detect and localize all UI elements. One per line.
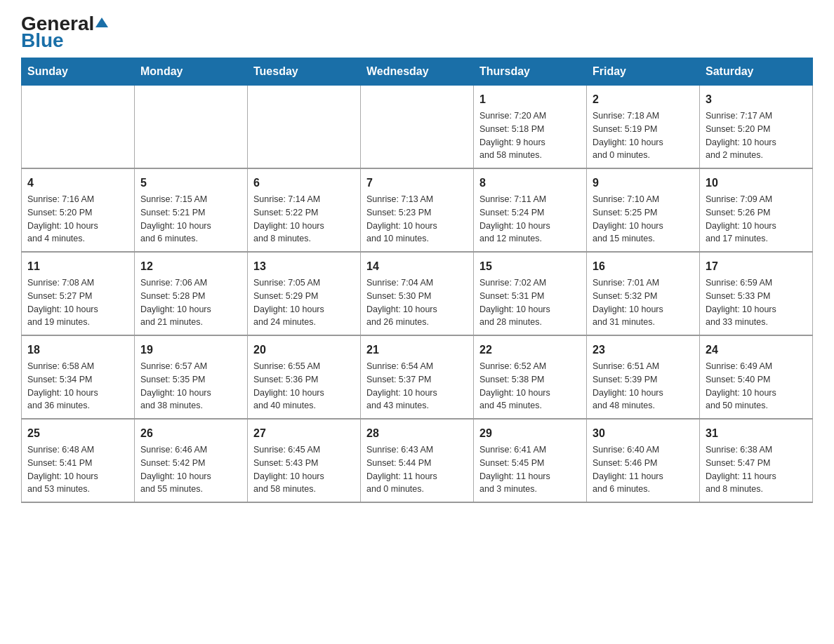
day-number: 5 [140,175,241,192]
calendar-cell: 9Sunrise: 7:10 AM Sunset: 5:25 PM Daylig… [587,168,700,252]
calendar-cell: 8Sunrise: 7:11 AM Sunset: 5:24 PM Daylig… [474,168,587,252]
day-info: Sunrise: 6:48 AM Sunset: 5:41 PM Dayligh… [27,443,128,496]
day-info: Sunrise: 7:01 AM Sunset: 5:32 PM Dayligh… [593,276,694,329]
day-number: 4 [27,175,128,192]
logo: General Blue [21,14,108,51]
calendar-body: 1Sunrise: 7:20 AM Sunset: 5:18 PM Daylig… [22,86,813,503]
weekday-thursday: Thursday [474,58,587,86]
weekday-wednesday: Wednesday [361,58,474,86]
calendar-cell [248,86,361,169]
calendar-cell: 20Sunrise: 6:55 AM Sunset: 5:36 PM Dayli… [248,335,361,419]
day-number: 17 [706,258,807,275]
day-info: Sunrise: 7:13 AM Sunset: 5:23 PM Dayligh… [366,193,468,246]
day-info: Sunrise: 7:15 AM Sunset: 5:21 PM Dayligh… [140,193,241,246]
calendar-cell: 24Sunrise: 6:49 AM Sunset: 5:40 PM Dayli… [700,335,813,419]
calendar-table: SundayMondayTuesdayWednesdayThursdayFrid… [21,58,813,503]
day-info: Sunrise: 7:20 AM Sunset: 5:18 PM Dayligh… [479,109,581,162]
week-row-3: 11Sunrise: 7:08 AM Sunset: 5:27 PM Dayli… [22,252,813,335]
weekday-header-row: SundayMondayTuesdayWednesdayThursdayFrid… [22,58,813,86]
calendar-cell: 23Sunrise: 6:51 AM Sunset: 5:39 PM Dayli… [587,335,700,419]
day-number: 26 [140,425,241,442]
day-number: 27 [253,425,355,442]
day-number: 24 [706,342,807,358]
calendar-cell: 31Sunrise: 6:38 AM Sunset: 5:47 PM Dayli… [700,419,813,502]
weekday-saturday: Saturday [700,58,813,86]
calendar-cell [361,86,474,169]
day-number: 16 [593,258,694,275]
day-number: 22 [479,342,581,358]
day-number: 13 [253,258,355,275]
day-info: Sunrise: 7:14 AM Sunset: 5:22 PM Dayligh… [253,193,355,246]
calendar-cell: 27Sunrise: 6:45 AM Sunset: 5:43 PM Dayli… [248,419,361,502]
day-number: 31 [706,425,807,442]
week-row-4: 18Sunrise: 6:58 AM Sunset: 5:34 PM Dayli… [22,335,813,419]
calendar-cell: 18Sunrise: 6:58 AM Sunset: 5:34 PM Dayli… [22,335,135,419]
day-number: 25 [27,425,128,442]
calendar-cell: 19Sunrise: 6:57 AM Sunset: 5:35 PM Dayli… [135,335,248,419]
day-number: 14 [366,258,468,275]
calendar-cell: 6Sunrise: 7:14 AM Sunset: 5:22 PM Daylig… [248,168,361,252]
calendar-cell: 5Sunrise: 7:15 AM Sunset: 5:21 PM Daylig… [135,168,248,252]
day-info: Sunrise: 6:40 AM Sunset: 5:46 PM Dayligh… [593,443,694,496]
day-info: Sunrise: 7:11 AM Sunset: 5:24 PM Dayligh… [479,193,581,246]
day-info: Sunrise: 7:18 AM Sunset: 5:19 PM Dayligh… [593,109,694,162]
weekday-sunday: Sunday [22,58,135,86]
week-row-2: 4Sunrise: 7:16 AM Sunset: 5:20 PM Daylig… [22,168,813,252]
calendar-cell: 15Sunrise: 7:02 AM Sunset: 5:31 PM Dayli… [474,252,587,335]
calendar-cell: 16Sunrise: 7:01 AM Sunset: 5:32 PM Dayli… [587,252,700,335]
day-number: 21 [366,342,468,358]
day-number: 29 [479,425,581,442]
day-info: Sunrise: 7:02 AM Sunset: 5:31 PM Dayligh… [479,276,581,329]
day-info: Sunrise: 7:08 AM Sunset: 5:27 PM Dayligh… [27,276,128,329]
day-info: Sunrise: 6:41 AM Sunset: 5:45 PM Dayligh… [479,443,581,496]
day-number: 1 [479,91,581,108]
day-info: Sunrise: 6:55 AM Sunset: 5:36 PM Dayligh… [253,360,355,412]
day-info: Sunrise: 6:43 AM Sunset: 5:44 PM Dayligh… [366,443,468,496]
day-number: 12 [140,258,241,275]
day-number: 18 [27,342,128,358]
calendar-cell: 14Sunrise: 7:04 AM Sunset: 5:30 PM Dayli… [361,252,474,335]
calendar-cell: 7Sunrise: 7:13 AM Sunset: 5:23 PM Daylig… [361,168,474,252]
day-number: 7 [366,175,468,192]
calendar-cell: 12Sunrise: 7:06 AM Sunset: 5:28 PM Dayli… [135,252,248,335]
day-info: Sunrise: 6:59 AM Sunset: 5:33 PM Dayligh… [706,276,807,329]
day-number: 19 [140,342,241,358]
day-number: 9 [593,175,694,192]
day-number: 20 [253,342,355,358]
day-info: Sunrise: 7:16 AM Sunset: 5:20 PM Dayligh… [27,193,128,246]
calendar-cell [135,86,248,169]
day-info: Sunrise: 7:09 AM Sunset: 5:26 PM Dayligh… [706,193,807,246]
day-number: 3 [706,91,807,108]
day-number: 6 [253,175,355,192]
day-info: Sunrise: 6:45 AM Sunset: 5:43 PM Dayligh… [253,443,355,496]
day-info: Sunrise: 7:17 AM Sunset: 5:20 PM Dayligh… [706,109,807,162]
day-number: 28 [366,425,468,442]
day-number: 2 [593,91,694,108]
day-number: 23 [593,342,694,358]
day-number: 8 [479,175,581,192]
calendar-cell: 25Sunrise: 6:48 AM Sunset: 5:41 PM Dayli… [22,419,135,502]
day-info: Sunrise: 7:04 AM Sunset: 5:30 PM Dayligh… [366,276,468,329]
calendar-cell: 17Sunrise: 6:59 AM Sunset: 5:33 PM Dayli… [700,252,813,335]
day-number: 30 [593,425,694,442]
day-info: Sunrise: 6:52 AM Sunset: 5:38 PM Dayligh… [479,360,581,412]
calendar-cell: 22Sunrise: 6:52 AM Sunset: 5:38 PM Dayli… [474,335,587,419]
day-info: Sunrise: 7:06 AM Sunset: 5:28 PM Dayligh… [140,276,241,329]
day-number: 10 [706,175,807,192]
calendar-cell: 13Sunrise: 7:05 AM Sunset: 5:29 PM Dayli… [248,252,361,335]
day-info: Sunrise: 6:49 AM Sunset: 5:40 PM Dayligh… [706,360,807,412]
day-info: Sunrise: 6:46 AM Sunset: 5:42 PM Dayligh… [140,443,241,496]
day-number: 15 [479,258,581,275]
calendar-cell: 4Sunrise: 7:16 AM Sunset: 5:20 PM Daylig… [22,168,135,252]
page-header: General Blue [21,14,813,51]
day-info: Sunrise: 6:57 AM Sunset: 5:35 PM Dayligh… [140,360,241,412]
weekday-tuesday: Tuesday [248,58,361,86]
day-number: 11 [27,258,128,275]
day-info: Sunrise: 6:54 AM Sunset: 5:37 PM Dayligh… [366,360,468,412]
calendar-cell: 10Sunrise: 7:09 AM Sunset: 5:26 PM Dayli… [700,168,813,252]
weekday-monday: Monday [135,58,248,86]
day-info: Sunrise: 6:38 AM Sunset: 5:47 PM Dayligh… [706,443,807,496]
logo-text-blue: Blue [21,31,64,51]
day-info: Sunrise: 6:51 AM Sunset: 5:39 PM Dayligh… [593,360,694,412]
calendar-cell: 3Sunrise: 7:17 AM Sunset: 5:20 PM Daylig… [700,86,813,169]
